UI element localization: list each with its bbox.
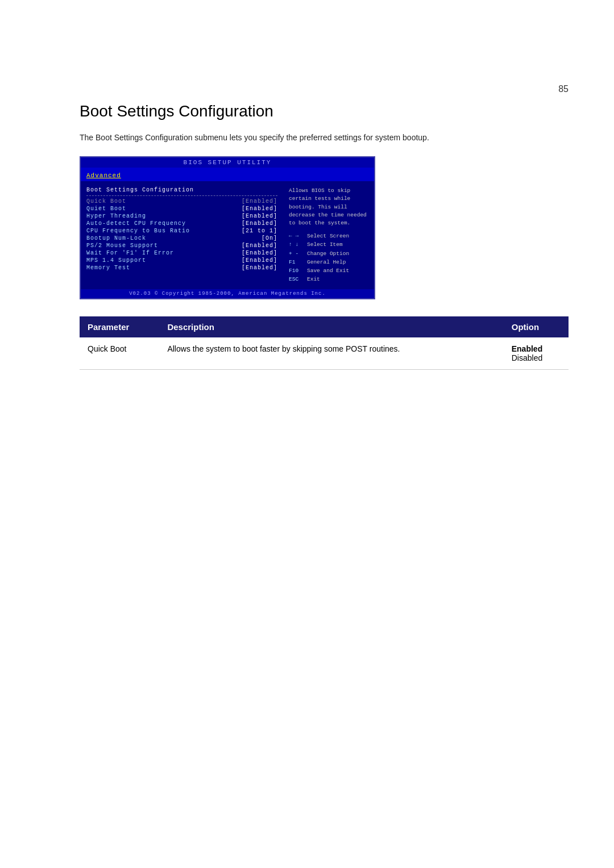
bios-keybinds-container: ← →Select Screen↑ ↓Select Item+ -Change …: [289, 232, 368, 283]
bios-row-value: [Enabled]: [242, 206, 277, 212]
page-title: Boot Settings Configuration: [80, 102, 569, 120]
bios-row-label: Hyper Threading: [86, 213, 146, 219]
bios-row-value: [On]: [262, 235, 277, 241]
table-row: Quick BootAllows the system to boot fast…: [80, 337, 569, 370]
param-table: Parameter Description Option Quick BootA…: [80, 316, 569, 370]
bios-keybind-action: Exit: [307, 275, 320, 283]
bios-keybind-key: ↑ ↓: [289, 240, 305, 249]
bios-row: MPS 1.4 Support[Enabled]: [86, 257, 277, 264]
bios-keybind-key: F10: [289, 266, 305, 275]
bios-row-value: [Enabled]: [242, 243, 277, 249]
bios-rows-container: Quick Boot[Enabled]Quiet Boot[Enabled]Hy…: [86, 198, 277, 272]
bios-menu-bar: Advanced: [81, 168, 374, 181]
bios-row-label: Bootup Num-Lock: [86, 235, 146, 241]
bios-row-value: [Enabled]: [242, 257, 277, 264]
bios-row: Wait For 'F1' If Error[Enabled]: [86, 249, 277, 257]
bios-footer: V02.03 © Copyright 1985-2000, American M…: [81, 289, 374, 298]
bios-row-label: PS/2 Mouse Support: [86, 243, 158, 249]
bios-keybind-key: ESC: [289, 275, 305, 283]
param-table-body: Quick BootAllows the system to boot fast…: [80, 337, 569, 370]
bios-row-label: Auto-detect CPU Frequency: [86, 220, 186, 227]
bios-menu-tab: Advanced: [86, 172, 121, 179]
bios-help-text: Allows BIOS to skip certain tests while …: [289, 187, 368, 227]
bios-keybind-row: ↑ ↓Select Item: [289, 240, 368, 249]
bios-left-panel: Boot Settings Configuration Quick Boot[E…: [81, 185, 283, 286]
bios-row-label: Memory Test: [86, 265, 130, 271]
table-cell-parameter: Quick Boot: [80, 337, 159, 370]
page-number: 85: [558, 84, 569, 94]
bios-keybind-row: F1General Help: [289, 258, 368, 266]
bios-title-bar: BIOS SETUP UTILITY: [81, 157, 374, 168]
bios-row-value: [Enabled]: [242, 198, 277, 205]
bios-row: Hyper Threading[Enabled]: [86, 212, 277, 220]
bios-row: Memory Test[Enabled]: [86, 264, 277, 272]
bios-keybind-action: Select Screen: [307, 232, 349, 240]
bios-right-panel: Allows BIOS to skip certain tests while …: [283, 185, 374, 286]
bios-keybind-key: + -: [289, 249, 305, 258]
bios-row: Quick Boot[Enabled]: [86, 198, 277, 205]
col-parameter: Parameter: [80, 316, 159, 337]
bios-screenshot: BIOS SETUP UTILITY Advanced Boot Setting…: [80, 156, 375, 299]
bios-keybind-key: ← →: [289, 232, 305, 240]
bios-row-label: Quick Boot: [86, 198, 126, 205]
bios-row: Quiet Boot[Enabled]: [86, 205, 277, 212]
bios-row-label: MPS 1.4 Support: [86, 257, 146, 264]
bios-keybind-key: F1: [289, 258, 305, 266]
bios-section-title: Boot Settings Configuration: [86, 187, 277, 193]
bios-keybind-action: Select Item: [307, 240, 343, 249]
intro-text: The Boot Settings Configuration submenu …: [80, 132, 569, 144]
bios-row-value: [Enabled]: [242, 220, 277, 227]
option-item: Enabled: [512, 344, 561, 353]
bios-row-label: Wait For 'F1' If Error: [86, 250, 174, 256]
bios-keybind-row: F10Save and Exit: [289, 266, 368, 275]
bios-body: Boot Settings Configuration Quick Boot[E…: [81, 181, 374, 289]
bios-row-label: Quiet Boot: [86, 206, 126, 212]
bios-row: Auto-detect CPU Frequency[Enabled]: [86, 220, 277, 227]
bios-row-label: CPU Frequency to Bus Ratio: [86, 228, 190, 234]
bios-keybind-action: Change Option: [307, 249, 349, 258]
bios-keybind-row: ← →Select Screen: [289, 232, 368, 240]
bios-keybind-action: General Help: [307, 258, 346, 266]
col-option: Option: [504, 316, 569, 337]
option-item: Disabled: [512, 353, 561, 362]
bios-row-value: [21 to 1]: [242, 228, 277, 234]
bios-keybind-action: Save and Exit: [307, 266, 349, 275]
content-area: Boot Settings Configuration The Boot Set…: [80, 102, 569, 370]
bios-keybind-row: ESCExit: [289, 275, 368, 283]
col-description: Description: [159, 316, 503, 337]
bios-row-value: [Enabled]: [242, 265, 277, 271]
table-cell-description: Allows the system to boot faster by skip…: [159, 337, 503, 370]
bios-row: Bootup Num-Lock[On]: [86, 235, 277, 242]
bios-row-value: [Enabled]: [242, 250, 277, 256]
bios-separator: [86, 195, 277, 196]
table-header: Parameter Description Option: [80, 316, 569, 337]
bios-keybind-row: + -Change Option: [289, 249, 368, 258]
bios-row: PS/2 Mouse Support[Enabled]: [86, 242, 277, 249]
table-cell-option: EnabledDisabled: [504, 337, 569, 370]
bios-row: CPU Frequency to Bus Ratio[21 to 1]: [86, 227, 277, 235]
bios-row-value: [Enabled]: [242, 213, 277, 219]
